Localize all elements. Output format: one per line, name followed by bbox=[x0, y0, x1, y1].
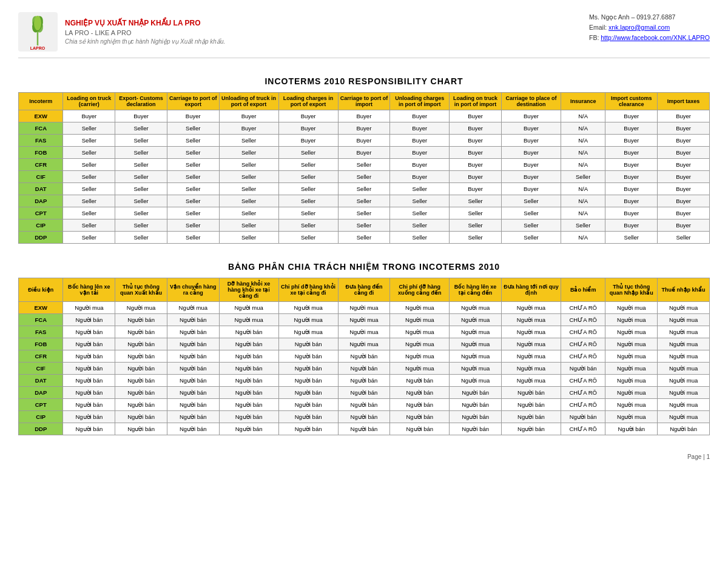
data-cell: Buyer bbox=[605, 171, 658, 183]
data-cell: Người mua bbox=[658, 387, 710, 399]
col2-chiphi-do: Chi phí dỡ hàng khỏi xe tại cảng đi bbox=[278, 278, 338, 302]
data-cell: Buyer bbox=[390, 110, 450, 122]
col-carriage-dest: Carriage to place of destination bbox=[501, 93, 561, 110]
data-cell: Người bán bbox=[658, 423, 710, 435]
col2-boc-hang-den: Bốc hàng lên xe tại cảng đến bbox=[450, 278, 502, 302]
col2-baohiem: Bảo hiểm bbox=[561, 278, 605, 302]
header-brand: NGHIỆP VỤ XUẤT NHẬP KHẨU LA PRO LA PRO -… bbox=[65, 19, 225, 45]
data-cell: Người bán bbox=[338, 423, 390, 435]
brand-sub: LA PRO - LIKE A PRO bbox=[65, 29, 225, 36]
data-cell: Người bán bbox=[450, 387, 502, 399]
data-cell: Seller bbox=[63, 232, 115, 244]
data-cell: Người mua bbox=[219, 314, 278, 326]
data-cell: Người bán bbox=[219, 350, 278, 363]
data-cell: Seller bbox=[278, 207, 338, 219]
data-cell: Người mua bbox=[167, 302, 219, 314]
data-cell: Buyer bbox=[605, 110, 658, 122]
data-cell: Người mua bbox=[501, 314, 561, 326]
data-cell: Người bán bbox=[219, 338, 278, 350]
fb-link[interactable]: http://www.facebook.com/XNK.LAPRO bbox=[601, 34, 710, 41]
data-cell: Buyer bbox=[167, 110, 219, 122]
data-cell: Người mua bbox=[658, 375, 710, 387]
table-row: DAPSellerSellerSellerSellerSellerSellerS… bbox=[19, 195, 710, 207]
data-cell: Người bán bbox=[390, 423, 450, 435]
data-cell: Seller bbox=[219, 159, 278, 171]
data-cell: Seller bbox=[115, 232, 167, 244]
data-cell: Người bán bbox=[219, 375, 278, 387]
data-cell: Người mua bbox=[658, 326, 710, 338]
data-cell: Seller bbox=[338, 159, 390, 171]
col2-thutuc-nhap: Thủ tục thông quan Nhập khẩu bbox=[605, 278, 658, 302]
data-cell: Người mua bbox=[605, 350, 658, 363]
data-cell: CHƯA RÕ bbox=[561, 326, 605, 338]
data-cell: Seller bbox=[501, 207, 561, 219]
data-cell: Người mua bbox=[115, 302, 167, 314]
data-cell: Người bán bbox=[115, 363, 167, 375]
data-cell: Seller bbox=[501, 219, 561, 232]
data-cell: Người bán bbox=[278, 350, 338, 363]
data-cell: Buyer bbox=[658, 195, 710, 207]
table-row: CFRSellerSellerSellerSellerSellerSellerB… bbox=[19, 159, 710, 171]
data-cell: Người mua bbox=[390, 350, 450, 363]
data-cell: N/A bbox=[561, 183, 605, 195]
data-cell: Seller bbox=[63, 219, 115, 232]
data-cell: Người bán bbox=[63, 399, 115, 411]
data-cell: Seller bbox=[450, 232, 502, 244]
data-cell: Người mua bbox=[390, 302, 450, 314]
data-cell: Người bán bbox=[278, 399, 338, 411]
data-cell: Buyer bbox=[658, 207, 710, 219]
data-cell: Buyer bbox=[450, 122, 502, 135]
table1-body: EXWBuyerBuyerBuyerBuyerBuyerBuyerBuyerBu… bbox=[19, 110, 710, 244]
data-cell: Người mua bbox=[605, 387, 658, 399]
col-carriage-export: Carriage to port of export bbox=[167, 93, 219, 110]
data-cell: CHƯA RÕ bbox=[561, 399, 605, 411]
page-label: Page | 1 bbox=[687, 453, 710, 460]
term-cell: DAT bbox=[19, 183, 63, 195]
data-cell: Người bán bbox=[167, 375, 219, 387]
table-row: EXWBuyerBuyerBuyerBuyerBuyerBuyerBuyerBu… bbox=[19, 110, 710, 122]
data-cell: Người bán bbox=[338, 363, 390, 375]
data-cell: Seller bbox=[115, 207, 167, 219]
data-cell: Người mua bbox=[278, 314, 338, 326]
col2-vanchuyen: Vận chuyển hàng ra cảng bbox=[167, 278, 219, 302]
data-cell: Người bán bbox=[390, 375, 450, 387]
data-cell: Seller bbox=[63, 147, 115, 159]
data-cell: Người bán bbox=[278, 363, 338, 375]
data-cell: Người mua bbox=[390, 338, 450, 350]
data-cell: Người bán bbox=[338, 411, 390, 423]
data-cell: Người bán bbox=[390, 399, 450, 411]
term-cell: CFR bbox=[19, 159, 63, 171]
data-cell: N/A bbox=[561, 147, 605, 159]
data-cell: Người bán bbox=[561, 363, 605, 375]
data-cell: Buyer bbox=[658, 110, 710, 122]
data-cell: Người bán bbox=[338, 387, 390, 399]
email-link[interactable]: xnk.lapro@gmail.com bbox=[608, 24, 670, 31]
term-cell: CPT bbox=[19, 207, 63, 219]
term-cell: CIP bbox=[19, 219, 63, 232]
data-cell: Người bán bbox=[115, 411, 167, 423]
data-cell: Người bán bbox=[167, 411, 219, 423]
table1-wrapper: INCOTERMS 2010 RESPONSIBILITY CHART Inco… bbox=[18, 76, 710, 244]
data-cell: Người mua bbox=[450, 314, 502, 326]
data-cell: Người bán bbox=[115, 350, 167, 363]
data-cell: Người mua bbox=[501, 326, 561, 338]
data-cell: Buyer bbox=[338, 135, 390, 147]
data-cell: Seller bbox=[63, 122, 115, 135]
data-cell: Seller bbox=[219, 183, 278, 195]
data-cell: Người mua bbox=[605, 411, 658, 423]
data-cell: Seller bbox=[63, 159, 115, 171]
data-cell: Buyer bbox=[658, 171, 710, 183]
table1: Incoterm Loading on truck (carrier) Expo… bbox=[18, 92, 710, 244]
data-cell: Người bán bbox=[167, 399, 219, 411]
table-row: CIPSellerSellerSellerSellerSellerSellerS… bbox=[19, 219, 710, 232]
data-cell: CHƯA RÕ bbox=[561, 375, 605, 387]
data-cell: Seller bbox=[63, 207, 115, 219]
data-cell: Buyer bbox=[658, 147, 710, 159]
data-cell: Buyer bbox=[658, 219, 710, 232]
data-cell: Seller bbox=[115, 171, 167, 183]
svg-point-3 bbox=[34, 16, 41, 30]
data-cell: Người bán bbox=[63, 363, 115, 375]
data-cell: Seller bbox=[390, 219, 450, 232]
term-cell: DAP bbox=[19, 387, 63, 399]
data-cell: Buyer bbox=[450, 135, 502, 147]
